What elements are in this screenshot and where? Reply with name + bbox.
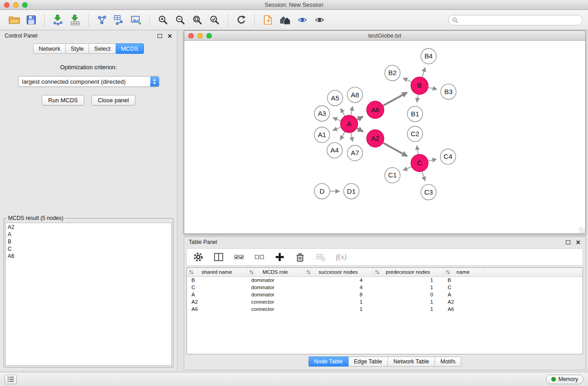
close-panel-icon[interactable]: × xyxy=(167,33,172,39)
graph-node-C1[interactable]: C1 xyxy=(385,167,400,183)
table-row[interactable]: Adominator80A xyxy=(187,291,583,298)
graph-node-A1[interactable]: A1 xyxy=(314,127,330,143)
graph-edge[interactable] xyxy=(351,133,353,142)
float-table-panel-icon[interactable] xyxy=(566,240,570,244)
table-cell[interactable]: A xyxy=(443,291,483,298)
search-box[interactable] xyxy=(448,15,583,25)
new-network-button[interactable] xyxy=(93,12,110,28)
control-tab-network[interactable]: Network xyxy=(33,43,66,54)
delete-table-button[interactable] xyxy=(316,253,325,262)
graph-node-mcds-A6[interactable]: A6 xyxy=(367,101,384,119)
graph-edge[interactable] xyxy=(357,129,363,132)
zoom-fit-button[interactable] xyxy=(189,12,206,28)
close-panel-button[interactable]: Close panel xyxy=(91,95,135,105)
graph-node-mcds-B[interactable]: B xyxy=(411,77,428,94)
graph-node-C3[interactable]: C3 xyxy=(421,184,436,200)
table-cell[interactable]: C xyxy=(187,284,247,291)
graph-node-A4[interactable]: A4 xyxy=(327,143,342,158)
delete-column-button[interactable] xyxy=(295,252,305,262)
close-table-panel-icon[interactable]: × xyxy=(575,239,581,245)
zoom-in-button[interactable] xyxy=(154,12,172,28)
table-cell[interactable]: dominator xyxy=(247,284,304,291)
table-tab-edge-table[interactable]: Edge Table xyxy=(349,357,388,367)
table-cell[interactable]: A xyxy=(187,291,247,298)
control-tab-mcds[interactable]: MCDS xyxy=(116,43,143,54)
table-cell[interactable]: C xyxy=(443,284,483,291)
function-builder-button[interactable]: f(x) xyxy=(336,253,347,262)
table-tab-node-table[interactable]: Node Table xyxy=(308,357,349,367)
table-row[interactable]: A6connector11A6 xyxy=(187,305,583,313)
zoom-network-window-button[interactable] xyxy=(206,33,212,38)
zoom-selected-button[interactable] xyxy=(206,12,223,28)
close-network-window-button[interactable] xyxy=(188,33,194,38)
table-cell[interactable]: A6 xyxy=(187,305,247,313)
control-tab-style[interactable]: Style xyxy=(66,43,89,54)
mcds-result-item[interactable]: A6 xyxy=(8,253,169,260)
zoom-out-button[interactable] xyxy=(172,12,189,28)
table-tab-motifs[interactable]: Motifs xyxy=(435,357,461,367)
save-session-button[interactable] xyxy=(23,12,40,28)
control-tab-select[interactable]: Select xyxy=(89,43,116,54)
graph-node-B1[interactable]: B1 xyxy=(407,106,423,122)
graph-edge[interactable] xyxy=(422,172,425,181)
minimize-network-window-button[interactable] xyxy=(197,33,203,38)
graph-edge[interactable] xyxy=(357,116,363,119)
column-header[interactable]: shared name xyxy=(187,268,247,276)
graph-node-B3[interactable]: B3 xyxy=(441,84,456,99)
graph-node-D[interactable]: D xyxy=(314,183,330,199)
column-header[interactable]: name xyxy=(443,268,483,276)
open-session-button[interactable] xyxy=(5,12,23,28)
graph-node-B4[interactable]: B4 xyxy=(421,48,436,64)
export-document-button[interactable] xyxy=(259,12,277,28)
graph-edge[interactable] xyxy=(417,95,418,102)
table-cell[interactable]: connector xyxy=(247,298,304,305)
table-cell[interactable]: A6 xyxy=(443,305,483,313)
table-cell[interactable]: A2 xyxy=(187,298,247,305)
import-table-button[interactable] xyxy=(67,12,84,28)
resize-grip[interactable] xyxy=(579,228,585,233)
graph-edge[interactable] xyxy=(403,78,411,82)
graph-edge[interactable] xyxy=(403,167,411,171)
deselect-all-button[interactable] xyxy=(254,253,264,261)
table-settings-button[interactable] xyxy=(193,252,203,262)
graph-edge[interactable] xyxy=(428,87,437,89)
table-cell[interactable]: dominator xyxy=(247,276,304,284)
mcds-result-item[interactable]: C xyxy=(8,245,169,253)
table-cell[interactable]: A2 xyxy=(443,298,483,305)
criterion-dropdown[interactable]: largest connected component (directed) ▲… xyxy=(18,76,159,87)
table-cell[interactable]: 1 xyxy=(373,305,443,313)
graph-edge[interactable] xyxy=(417,146,418,154)
table-row[interactable]: Cdominator41C xyxy=(187,284,583,291)
float-panel-icon[interactable] xyxy=(158,34,162,38)
add-column-button[interactable] xyxy=(275,252,285,262)
mcds-result-item[interactable]: B xyxy=(8,238,169,245)
table-cell[interactable]: B xyxy=(187,276,247,284)
import-network-button[interactable] xyxy=(49,12,67,28)
graph-node-D1[interactable]: D1 xyxy=(344,183,359,199)
graph-edge[interactable] xyxy=(422,67,425,77)
graph-node-mcds-A2[interactable]: A2 xyxy=(367,130,384,147)
column-header[interactable]: predecessor nodes xyxy=(373,268,443,276)
table-row[interactable]: A2connector11A2 xyxy=(187,298,583,305)
table-cell[interactable]: 1 xyxy=(373,284,443,291)
show-columns-button[interactable] xyxy=(214,252,224,262)
search-input[interactable] xyxy=(460,17,578,23)
mcds-result-list[interactable]: A2ABCA6 xyxy=(5,223,172,366)
graph-node-B2[interactable]: B2 xyxy=(385,65,400,81)
select-all-button[interactable] xyxy=(234,253,244,261)
table-cell[interactable]: 4 xyxy=(304,276,373,284)
export-image-button[interactable] xyxy=(128,12,145,28)
graph-node-A3[interactable]: A3 xyxy=(314,106,330,121)
column-header[interactable]: successor nodes xyxy=(304,268,373,276)
graph-edge[interactable] xyxy=(383,92,407,105)
table-cell[interactable]: 1 xyxy=(304,298,373,305)
run-mcds-button[interactable]: Run MCDS xyxy=(42,95,84,105)
graph-edge[interactable] xyxy=(340,132,345,140)
minimize-window-button[interactable] xyxy=(13,2,19,8)
home-button[interactable] xyxy=(277,12,294,28)
mcds-result-item[interactable]: A2 xyxy=(8,224,169,231)
graph-node-mcds-C[interactable]: C xyxy=(411,154,428,172)
mcds-result-item[interactable]: A xyxy=(8,231,169,238)
network-canvas[interactable]: AA6A2BCA5A8A3A1A4A7B2B4B3B1C2C4C1C3DD1 xyxy=(184,41,585,234)
close-window-button[interactable] xyxy=(4,2,10,8)
